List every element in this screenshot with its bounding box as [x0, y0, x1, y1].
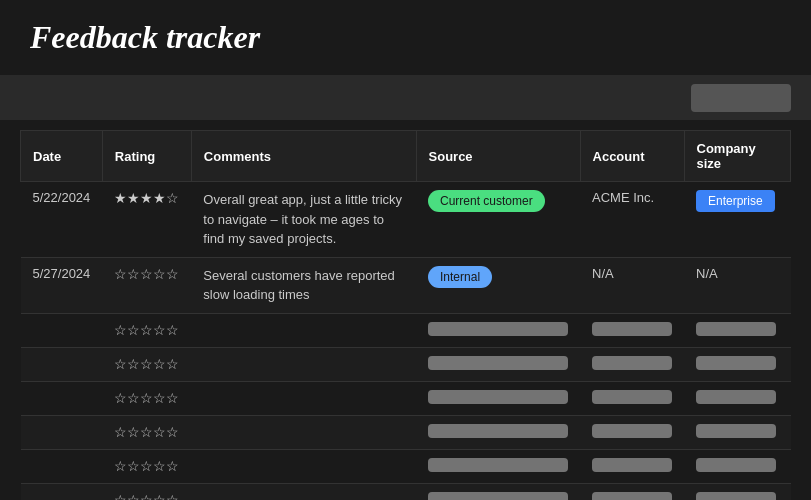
skeleton-rating: ☆☆☆☆☆ — [102, 483, 191, 500]
cell-source: Internal — [416, 257, 580, 313]
skeleton-rating: ☆☆☆☆☆ — [102, 381, 191, 415]
page-title: Feedback tracker — [30, 19, 260, 56]
table-container: Date Rating Comments Source Account Comp… — [0, 120, 811, 500]
skeleton-bar — [696, 458, 776, 472]
col-source: Source — [416, 131, 580, 182]
source-badge: Internal — [428, 266, 492, 288]
skeleton-comment — [191, 449, 416, 483]
col-company-size: Company size — [684, 131, 790, 182]
skeleton-date — [21, 449, 103, 483]
skeleton-date — [21, 483, 103, 500]
skeleton-rating: ☆☆☆☆☆ — [102, 347, 191, 381]
skeleton-bar — [696, 356, 776, 370]
table-row: 5/27/2024☆☆☆☆☆Several customers have rep… — [21, 257, 791, 313]
skeleton-comment — [191, 483, 416, 500]
col-date: Date — [21, 131, 103, 182]
page-header: Feedback tracker — [0, 0, 811, 75]
skeleton-account — [580, 347, 684, 381]
table-row: 5/22/2024★★★★☆Overall great app, just a … — [21, 182, 791, 258]
skeleton-source — [416, 415, 580, 449]
skeleton-bar — [428, 492, 568, 501]
skeleton-company — [684, 483, 790, 500]
source-badge: Current customer — [428, 190, 545, 212]
skeleton-source — [416, 381, 580, 415]
skeleton-date — [21, 347, 103, 381]
skeleton-account — [580, 313, 684, 347]
cell-comment: Overall great app, just a little tricky … — [191, 182, 416, 258]
skeleton-bar — [428, 322, 568, 336]
skeleton-account — [580, 483, 684, 500]
feedback-table: Date Rating Comments Source Account Comp… — [20, 130, 791, 500]
cell-date: 5/22/2024 — [21, 182, 103, 258]
cell-account: ACME Inc. — [580, 182, 684, 258]
skeleton-bar — [428, 390, 568, 404]
skeleton-comment — [191, 313, 416, 347]
skeleton-company — [684, 381, 790, 415]
company-size-badge: Enterprise — [696, 190, 775, 212]
toolbar — [0, 75, 811, 120]
skeleton-bar — [696, 492, 776, 501]
skeleton-bar — [696, 322, 776, 336]
skeleton-date — [21, 415, 103, 449]
cell-rating: ★★★★☆ — [102, 182, 191, 258]
skeleton-bar — [696, 424, 776, 438]
cell-source: Current customer — [416, 182, 580, 258]
skeleton-row: ☆☆☆☆☆ — [21, 483, 791, 500]
skeleton-rating: ☆☆☆☆☆ — [102, 313, 191, 347]
skeleton-account — [580, 381, 684, 415]
cell-company-size: N/A — [684, 257, 790, 313]
table-header-row: Date Rating Comments Source Account Comp… — [21, 131, 791, 182]
skeleton-company — [684, 415, 790, 449]
skeleton-bar — [592, 458, 672, 472]
skeleton-company — [684, 313, 790, 347]
cell-rating: ☆☆☆☆☆ — [102, 257, 191, 313]
skeleton-date — [21, 381, 103, 415]
skeleton-bar — [428, 458, 568, 472]
skeleton-rating: ☆☆☆☆☆ — [102, 449, 191, 483]
skeleton-date — [21, 313, 103, 347]
skeleton-row: ☆☆☆☆☆ — [21, 415, 791, 449]
skeleton-company — [684, 449, 790, 483]
skeleton-bar — [592, 322, 672, 336]
col-comments: Comments — [191, 131, 416, 182]
skeleton-source — [416, 483, 580, 500]
skeleton-company — [684, 347, 790, 381]
skeleton-row: ☆☆☆☆☆ — [21, 347, 791, 381]
cell-account: N/A — [580, 257, 684, 313]
skeleton-bar — [592, 356, 672, 370]
cell-date: 5/27/2024 — [21, 257, 103, 313]
skeleton-comment — [191, 347, 416, 381]
skeleton-comment — [191, 381, 416, 415]
skeleton-bar — [428, 356, 568, 370]
cell-company-size: Enterprise — [684, 182, 790, 258]
skeleton-source — [416, 347, 580, 381]
skeleton-bar — [592, 492, 672, 501]
skeleton-account — [580, 449, 684, 483]
col-rating: Rating — [102, 131, 191, 182]
skeleton-rating: ☆☆☆☆☆ — [102, 415, 191, 449]
skeleton-source — [416, 313, 580, 347]
search-input[interactable] — [691, 84, 791, 112]
skeleton-bar — [696, 390, 776, 404]
col-account: Account — [580, 131, 684, 182]
cell-comment: Several customers have reported slow loa… — [191, 257, 416, 313]
skeleton-source — [416, 449, 580, 483]
skeleton-row: ☆☆☆☆☆ — [21, 449, 791, 483]
skeleton-comment — [191, 415, 416, 449]
skeleton-bar — [592, 424, 672, 438]
skeleton-row: ☆☆☆☆☆ — [21, 381, 791, 415]
skeleton-bar — [592, 390, 672, 404]
skeleton-account — [580, 415, 684, 449]
skeleton-bar — [428, 424, 568, 438]
skeleton-row: ☆☆☆☆☆ — [21, 313, 791, 347]
